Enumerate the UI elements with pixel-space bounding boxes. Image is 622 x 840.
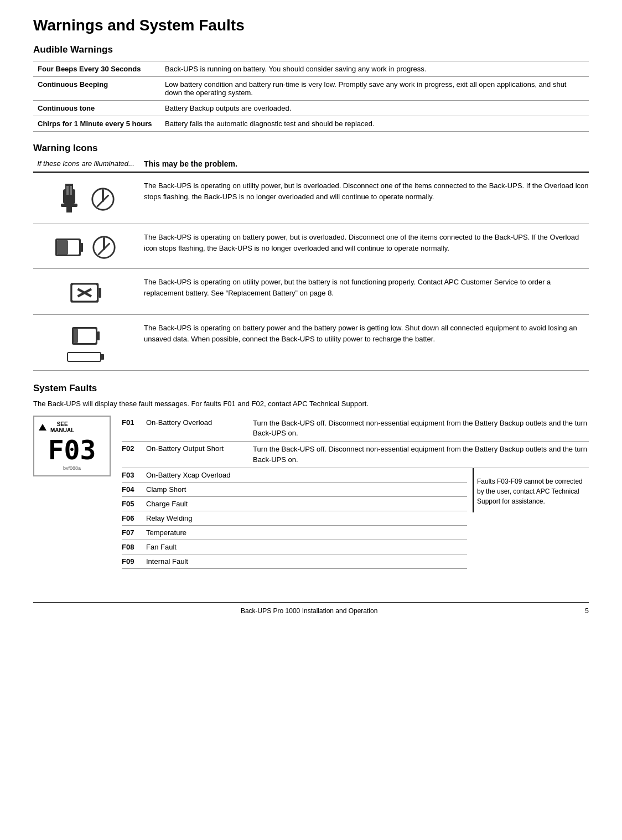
svg-rect-10	[81, 243, 83, 252]
fault-code: F07	[122, 528, 142, 537]
fault-code: F09	[122, 557, 142, 566]
icon-row-text: The Back-UPS is operating on battery pow…	[144, 232, 589, 253]
svg-rect-22	[97, 331, 100, 340]
audible-warning-label: Four Beeps Every 30 Seconds	[33, 61, 160, 77]
icons-col-right-header: This may be the problem.	[144, 159, 589, 168]
fault-name: Relay Welding	[146, 514, 248, 522]
fault-description: Turn the Back-UPS off. Disconnect non-es…	[253, 418, 589, 438]
fault-name: On-Battery Overload	[146, 418, 248, 427]
system-faults-title: System Faults	[33, 383, 589, 394]
fault-name: Internal Fault	[146, 557, 248, 566]
fault-name: On-Battery Xcap Overload	[146, 471, 248, 479]
faults-layout: SEEMANUAL F03 bvf088a F01 On-Battery Ove…	[33, 416, 589, 569]
fault-row: F04 Clamp Short	[122, 483, 467, 497]
fault-name: Charge Fault	[146, 500, 248, 508]
audible-warning-description: Back-UPS is running on battery. You shou…	[160, 61, 589, 77]
icon-row-text: The Back-UPS is operating on utility pow…	[144, 277, 589, 298]
group-note-text: Faults F03-F09 cannot be corrected by th…	[477, 476, 589, 506]
icon-row-text: The Back-UPS is operating on battery pow…	[144, 323, 589, 344]
display-image-label: bvf088a	[39, 465, 105, 471]
audible-warnings-title: Audible Warnings	[33, 44, 589, 55]
svg-rect-1	[63, 189, 75, 204]
svg-rect-24	[74, 329, 78, 343]
plug-icon	[55, 183, 83, 216]
fault-code: F04	[122, 485, 142, 494]
fault-description: Turn the Back-UPS off. Disconnect non-es…	[253, 444, 589, 464]
icon-row-icons	[33, 180, 144, 216]
svg-rect-25	[68, 352, 101, 361]
audible-warnings-table: Four Beeps Every 30 Seconds Back-UPS is …	[33, 61, 589, 132]
svg-rect-5	[70, 186, 72, 195]
faults-rows-container: F01 On-Battery Overload Turn the Back-UP…	[122, 416, 589, 569]
see-manual-indicator: SEEMANUAL	[39, 421, 105, 433]
audible-warning-label: Continuous tone	[33, 101, 160, 116]
audible-warning-description: Low battery condition and battery run-ti…	[160, 77, 589, 101]
audible-warning-description: Battery fails the automatic diagnostic t…	[160, 116, 589, 132]
faults-table: F01 On-Battery Overload Turn the Back-UP…	[122, 416, 589, 569]
fault-name: Fan Fault	[146, 543, 248, 551]
fault-code: F01	[122, 418, 142, 427]
svg-rect-3	[66, 207, 72, 212]
battery-empty-bar-icon	[66, 351, 105, 362]
overload-icon	[91, 234, 117, 261]
fault-row: F07 Temperature	[122, 526, 467, 540]
battery-low-combo-icon	[66, 325, 105, 362]
icon-row: The Back-UPS is operating on battery pow…	[33, 315, 589, 371]
icon-row: The Back-UPS is operating on utility pow…	[33, 269, 589, 315]
svg-rect-12	[57, 240, 68, 255]
fault-row: F02 On-Battery Output Short Turn the Bac…	[122, 442, 589, 468]
page-footer: Back-UPS Pro 1000 Installation and Opera…	[33, 602, 589, 615]
audible-warning-row: Continuous tone Battery Backup outputs a…	[33, 101, 589, 116]
audible-warning-row: Continuous Beeping Low battery condition…	[33, 77, 589, 101]
fault-row: F06 Relay Welding	[122, 511, 467, 526]
icons-header-row: If these icons are illuminated... This m…	[33, 159, 589, 173]
fault-row: F03 On-Battery Xcap Overload	[122, 468, 467, 483]
fault-code-display: F03	[39, 437, 105, 463]
fault-row: F08 Fan Fault	[122, 540, 467, 554]
audible-warning-row: Chirps for 1 Minute every 5 hours Batter…	[33, 116, 589, 132]
audible-warning-label: Chirps for 1 Minute every 5 hours	[33, 116, 160, 132]
battery-x-icon	[69, 279, 102, 307]
group-note-wrapper: Faults F03-F09 cannot be corrected by th…	[467, 468, 589, 512]
system-faults-section: System Faults The Back-UPS will display …	[33, 383, 589, 569]
svg-rect-4	[66, 186, 69, 195]
battery-low-icon	[71, 325, 101, 347]
bottom-faults-list: F03 On-Battery Xcap Overload F04 Clamp S…	[122, 468, 467, 569]
icon-row-icons	[33, 232, 144, 261]
svg-rect-2	[61, 204, 77, 207]
svg-rect-17	[99, 288, 101, 298]
icon-row: The Back-UPS is operating on battery pow…	[33, 224, 589, 269]
fault-code: F08	[122, 543, 142, 551]
warning-triangle-icon	[39, 424, 46, 431]
page-title: Warnings and System Faults	[33, 17, 589, 34]
group-note-line	[473, 468, 474, 512]
icon-row: The Back-UPS is operating on utility pow…	[33, 173, 589, 224]
warning-icons-section: Warning Icons If these icons are illumin…	[33, 143, 589, 371]
fault-row: F05 Charge Fault	[122, 497, 467, 511]
overload-icon	[90, 186, 116, 212]
fault-code: F06	[122, 514, 142, 522]
icons-col-left-header: If these icons are illuminated...	[33, 159, 144, 168]
system-faults-intro: The Back-UPS will display these fault me…	[33, 400, 589, 408]
icon-row-icons	[33, 323, 144, 362]
fault-code: F03	[122, 471, 142, 479]
icon-rows-container: The Back-UPS is operating on utility pow…	[33, 173, 589, 371]
fault-name: On-Battery Output Short	[146, 444, 248, 453]
fault-row: F01 On-Battery Overload Turn the Back-UP…	[122, 416, 589, 442]
svg-rect-26	[101, 354, 104, 360]
footer-text: Back-UPS Pro 1000 Installation and Opera…	[241, 607, 377, 615]
fault-code: F05	[122, 500, 142, 508]
audible-warning-description: Battery Backup outputs are overloaded.	[160, 101, 589, 116]
page-number: 5	[585, 607, 589, 615]
battery-icon	[54, 236, 84, 258]
icon-row-text: The Back-UPS is operating on utility pow…	[144, 180, 589, 202]
fault-name: Temperature	[146, 528, 248, 537]
fault-code: F02	[122, 444, 142, 453]
fault-display-box: SEEMANUAL F03 bvf088a	[33, 416, 111, 476]
warning-icons-title: Warning Icons	[33, 143, 589, 154]
fault-row: F09 Internal Fault	[122, 554, 467, 569]
bottom-faults-group: F03 On-Battery Xcap Overload F04 Clamp S…	[122, 468, 589, 569]
audible-warning-row: Four Beeps Every 30 Seconds Back-UPS is …	[33, 61, 589, 77]
audible-warning-label: Continuous Beeping	[33, 77, 160, 101]
icon-row-icons	[33, 277, 144, 307]
